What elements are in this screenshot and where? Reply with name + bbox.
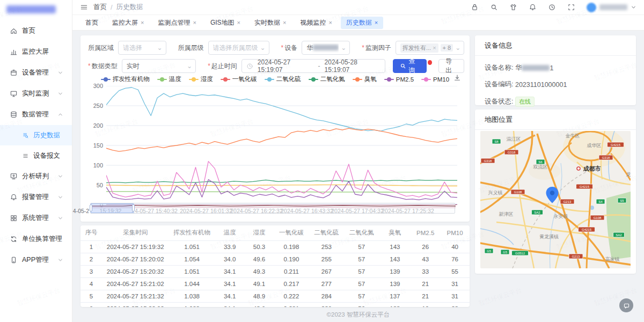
- legend-item-PM10[interactable]: PM10: [421, 76, 449, 83]
- map-label-龙: 龙: [626, 172, 631, 177]
- level-select[interactable]: 请选择所属层级⌄: [208, 41, 269, 55]
- sidebar-item-系统管理[interactable]: 系统管理: [0, 208, 72, 229]
- device-code-field: 设备编码: 20231101000001: [475, 80, 636, 89]
- device-label: *设备: [281, 43, 298, 53]
- legend-item-二氧化氮[interactable]: 二氧化氮: [309, 75, 345, 83]
- tag-close-icon[interactable]: ×: [433, 45, 436, 51]
- sidebar-subitem-设备报文[interactable]: 设备报文: [0, 145, 72, 166]
- legend-item-湿度[interactable]: 湿度: [189, 75, 213, 83]
- map-label-新津区: 新津区: [499, 211, 514, 217]
- datazoom-slider[interactable]: [90, 203, 455, 214]
- column-header: 采集时间: [102, 225, 169, 241]
- datazoom-handle-right[interactable]: [132, 204, 135, 211]
- road-badge-S4: S4: [596, 199, 605, 204]
- legend-marker-icon: [221, 77, 230, 82]
- sidebar: 首页监控大屏设备管理实时监测数据管理历史数据设备报文分析研判报警管理系统管理单位…: [0, 0, 72, 322]
- tab-视频监控[interactable]: 视频监控×: [295, 17, 337, 29]
- table-row: 62024-05-27 15:22:021.03834.148.60.23128…: [80, 303, 470, 308]
- footer-copyright: ©2023 智慧环保云平台: [72, 311, 644, 319]
- user-menu[interactable]: [587, 3, 636, 12]
- factor-multiselect[interactable]: 挥发性有...× + 8 ⌄: [396, 41, 464, 55]
- tab-close-icon[interactable]: ×: [141, 19, 144, 26]
- chevron-down-icon: [57, 215, 63, 221]
- chart-legend: 挥发性有机物 温度 湿度 一氧化碳 二氧化硫 二氧化氮 臭氧 PM2.5 PM1…: [80, 75, 470, 83]
- device-name-field: 设备名称: 华1: [475, 63, 636, 72]
- data-type-select[interactable]: 实时⌄: [122, 59, 196, 73]
- tab-监测点管理[interactable]: 监测点管理×: [152, 17, 201, 29]
- svg-text:S5: S5: [620, 199, 624, 202]
- logo-image: [6, 5, 56, 13]
- tab-close-icon[interactable]: ×: [237, 19, 240, 26]
- breadcrumb-home[interactable]: 首页: [93, 3, 107, 12]
- road-badge-S5: S5: [618, 198, 626, 203]
- fullscreen-icon[interactable]: [567, 3, 575, 11]
- svg-text:G5: G5: [503, 251, 508, 254]
- sidebar-item-APP管理[interactable]: APP管理: [0, 250, 72, 270]
- redacted-device-name: [522, 65, 550, 71]
- download-chart-icon[interactable]: [453, 74, 461, 83]
- legend-item-二氧化硫[interactable]: 二氧化硫: [265, 75, 301, 83]
- legend-item-一氧化碳[interactable]: 一氧化碳: [221, 75, 257, 83]
- clock-icon[interactable]: [548, 3, 556, 11]
- factor-tag: 挥发性有...×: [400, 43, 438, 53]
- hamburger-icon[interactable]: [80, 3, 88, 11]
- tab-close-icon[interactable]: ×: [375, 19, 378, 26]
- tab-历史数据[interactable]: 历史数据×: [341, 17, 383, 29]
- query-button[interactable]: 查询: [393, 59, 427, 73]
- tab-GIS地图[interactable]: GIS地图×: [205, 17, 246, 29]
- series-line-臭氧: [106, 128, 457, 151]
- sidebar-item-实时监测[interactable]: 实时监测: [0, 83, 72, 104]
- tab-close-icon[interactable]: ×: [193, 19, 196, 26]
- shirt-icon[interactable]: [509, 3, 517, 11]
- svg-text:G0512: G0512: [515, 252, 525, 255]
- export-button[interactable]: 导出: [438, 59, 464, 73]
- road-badge-S6: S6: [536, 159, 545, 164]
- legend-item-PM2.5[interactable]: PM2.5: [384, 76, 414, 83]
- svg-text:SA2: SA2: [616, 233, 622, 237]
- legend-item-挥发性有机物[interactable]: 挥发性有机物: [101, 75, 150, 83]
- legend-marker-icon: [309, 77, 318, 82]
- table-row: 42024-05-27 15:21:021.04434.149.10.21727…: [80, 278, 470, 290]
- sidebar-item-监控大屏[interactable]: 监控大屏: [0, 41, 72, 62]
- tab-close-icon[interactable]: ×: [283, 19, 286, 26]
- sidebar-item-报警管理[interactable]: 报警管理: [0, 187, 72, 208]
- y-axis-tick: 200: [87, 122, 103, 129]
- chevron-down-icon: ⌄: [455, 44, 460, 52]
- road-badge-G4215: G4215: [579, 227, 595, 232]
- x-axis-tick: 4-05-2: [73, 208, 89, 214]
- legend-item-温度[interactable]: 温度: [157, 75, 181, 83]
- svg-text:G318: G318: [508, 151, 516, 154]
- bell-icon[interactable]: [529, 3, 537, 11]
- map-label-温江区: 温江区: [507, 136, 521, 142]
- doc-search-icon: [22, 132, 29, 139]
- chevron-down-icon: [57, 257, 63, 263]
- svg-text:G5: G5: [487, 250, 492, 253]
- sidebar-subitem-历史数据[interactable]: 历史数据: [0, 125, 72, 145]
- search-icon[interactable]: [490, 3, 498, 11]
- svg-text:G108: G108: [514, 191, 522, 194]
- sidebar-item-首页[interactable]: 首页: [0, 20, 72, 41]
- tab-监控大屏[interactable]: 监控大屏×: [107, 17, 149, 29]
- chevron-down-icon: [57, 173, 63, 179]
- region-select[interactable]: 请选择⌄: [118, 41, 166, 55]
- sidebar-item-单位换算管理[interactable]: 单位换算管理: [0, 229, 72, 250]
- tab-实时数据[interactable]: 实时数据×: [249, 17, 291, 29]
- svg-text:S6: S6: [538, 160, 543, 164]
- datetime-range-input[interactable]: 2024-05-27 15:19:07 - 2024-05-28 15:19:0…: [241, 59, 385, 73]
- datazoom-selection[interactable]: [91, 203, 134, 213]
- sidebar-item-数据管理[interactable]: 数据管理: [0, 104, 72, 125]
- datazoom-handle-left[interactable]: [90, 204, 92, 211]
- sidebar-item-设备管理[interactable]: 设备管理: [0, 62, 72, 83]
- y-axis-tick: 300: [87, 83, 103, 89]
- map[interactable]: S8G318G318S6G4215G318G4215S4S5G108G213SA…: [480, 131, 631, 268]
- tab-首页[interactable]: 首页: [80, 17, 104, 29]
- legend-item-臭氧[interactable]: 臭氧: [353, 75, 377, 83]
- bell-icon: [10, 193, 18, 201]
- data-table-card: 序号采集时间挥发性有机物温度湿度一氧化碳二氧化硫二氧化氮臭氧PM2.5PM101…: [80, 225, 470, 307]
- device-select[interactable]: 华 ⌄: [302, 41, 350, 55]
- lock-icon[interactable]: [471, 3, 479, 11]
- sidebar-item-分析研判[interactable]: 分析研判: [0, 166, 72, 187]
- home-icon: [10, 27, 18, 35]
- tab-close-icon[interactable]: ×: [328, 19, 332, 26]
- chat-float-button[interactable]: [619, 298, 633, 312]
